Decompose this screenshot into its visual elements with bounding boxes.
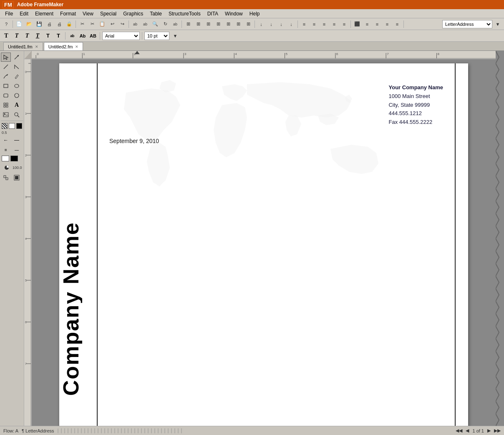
italic-bold-button[interactable]: T	[12, 31, 21, 40]
pen-black-swatch[interactable]	[10, 156, 18, 161]
down-btn3[interactable]: ↓	[277, 20, 286, 29]
print-button[interactable]: 🖨	[45, 20, 54, 29]
table-btn4[interactable]: ⊞	[214, 20, 223, 29]
text-flow2-btn[interactable]: ab	[141, 20, 150, 29]
undo-button[interactable]: ↩	[108, 20, 117, 29]
redo-button[interactable]: ↪	[118, 20, 127, 29]
help-button[interactable]: ?	[2, 20, 11, 29]
align7-btn[interactable]: ≡	[363, 20, 372, 29]
align-right-btn[interactable]: ≡	[320, 20, 329, 29]
select-tool[interactable]	[1, 53, 11, 62]
font-family-select[interactable]: Arial	[102, 32, 140, 40]
table-btn1[interactable]: ⊞	[184, 20, 193, 29]
paragraph-tag-select[interactable]: LetterAddress	[442, 20, 492, 28]
lines2-btn[interactable]: —	[12, 145, 22, 154]
italic-button[interactable]: T	[23, 31, 32, 40]
nav-prev-button[interactable]: ◀	[466, 428, 469, 433]
down-btn1[interactable]: ↓	[257, 20, 266, 29]
print2-button[interactable]: 🖨	[55, 20, 64, 29]
fill-pattern-swatch[interactable]	[2, 123, 8, 129]
cut-button[interactable]: ✂	[78, 20, 87, 29]
pen-tool[interactable]	[1, 72, 11, 81]
table-btn3[interactable]: ⊞	[204, 20, 213, 29]
fill-black-swatch[interactable]	[16, 123, 22, 129]
rect-tool[interactable]	[1, 81, 11, 91]
poly-oval-tool[interactable]	[12, 91, 22, 100]
image-tool[interactable]	[1, 110, 11, 119]
nav-first-button[interactable]: ◀◀	[456, 428, 462, 433]
bottom-tool-1[interactable]	[1, 173, 11, 182]
paste-button[interactable]: 📋	[98, 20, 107, 29]
font-size-select[interactable]: 10 pt	[144, 32, 169, 40]
table-btn7[interactable]: ⊞	[244, 20, 253, 29]
down-btn4[interactable]: ↓	[287, 20, 296, 29]
cut2-button[interactable]: ✂	[88, 20, 97, 29]
open-button[interactable]: 📂	[25, 20, 34, 29]
page-scroll[interactable]: Your Company Name 1000 Main Street City,…	[32, 59, 496, 426]
grid-tool[interactable]	[1, 101, 11, 110]
align6-btn[interactable]: ⬛	[353, 20, 362, 29]
para-tag-t-button[interactable]: T	[43, 31, 53, 40]
underline-italic-button[interactable]: T	[33, 31, 42, 40]
table-btn2[interactable]: ⊞	[194, 20, 203, 29]
rotate-btn[interactable]: ↻	[161, 20, 170, 29]
fill-white-swatch[interactable]	[9, 123, 15, 129]
oval-tool[interactable]	[12, 81, 22, 91]
anchor-btn[interactable]: ab	[171, 20, 180, 29]
nav-last-button[interactable]: ▶▶	[494, 428, 501, 433]
lock-button[interactable]: 🔒	[65, 20, 74, 29]
tab-close-icon[interactable]: ✕	[35, 45, 38, 49]
menu-format[interactable]: Format	[57, 10, 79, 18]
uppercase-button[interactable]: AB	[88, 31, 98, 40]
align9-btn[interactable]: ≡	[383, 20, 392, 29]
menu-window[interactable]: Window	[222, 10, 246, 18]
menu-graphics[interactable]: Graphics	[120, 10, 146, 18]
angle-tool[interactable]	[12, 62, 22, 71]
align-justify-btn[interactable]: ≡	[330, 20, 339, 29]
nav-next-button[interactable]: ▶	[487, 428, 491, 433]
font-size-dropdown[interactable]: ▼	[171, 31, 180, 40]
pen-white-swatch[interactable]	[2, 156, 9, 161]
line-tool[interactable]	[1, 62, 11, 71]
menu-special[interactable]: Special	[97, 10, 120, 18]
table-btn5[interactable]: ⊞	[224, 20, 233, 29]
as-is-button[interactable]: ab	[68, 31, 77, 40]
char-tag-t-button[interactable]: T	[54, 31, 63, 40]
save-button[interactable]: 💾	[35, 20, 44, 29]
align10-btn[interactable]: ≡	[393, 20, 402, 29]
menu-element[interactable]: Element	[32, 10, 57, 18]
menu-file[interactable]: File	[2, 10, 16, 18]
menu-table[interactable]: Table	[146, 10, 165, 18]
para-tag-dropdown[interactable]: ▼	[493, 20, 502, 29]
align5-btn[interactable]: ≡	[340, 20, 349, 29]
rounded-rect-tool[interactable]	[1, 91, 11, 100]
bold-button[interactable]: T	[2, 31, 11, 40]
tab-close-icon[interactable]: ✕	[75, 45, 78, 49]
spell-check-btn[interactable]: 🔍	[151, 20, 160, 29]
default-button[interactable]: Ab	[78, 31, 87, 40]
table-btn6[interactable]: ⊞	[234, 20, 243, 29]
tab-untitled1[interactable]: Untitled1.fm ✕	[3, 42, 43, 50]
text-flow-btn[interactable]: ab	[131, 20, 140, 29]
opacity-pie-btn[interactable]	[2, 163, 12, 172]
svg-point-16	[15, 113, 18, 116]
menu-view[interactable]: View	[79, 10, 97, 18]
new-button[interactable]: 📄	[15, 20, 24, 29]
pencil-tool[interactable]	[12, 72, 22, 81]
down-btn2[interactable]: ↓	[267, 20, 276, 29]
lines-btn[interactable]: ≡	[1, 145, 11, 154]
menu-help[interactable]: Help	[246, 10, 263, 18]
menu-structure-tools[interactable]: StructureTools	[165, 10, 204, 18]
arrow-left-btn[interactable]: ←	[1, 136, 11, 145]
zoom-tool[interactable]	[12, 110, 22, 119]
menu-dita[interactable]: DITA	[204, 10, 222, 18]
text-tool[interactable]: A	[12, 101, 22, 110]
align-left-btn[interactable]: ≡	[300, 20, 309, 29]
arrow-tool[interactable]	[12, 53, 22, 62]
align8-btn[interactable]: ≡	[373, 20, 382, 29]
menu-edit[interactable]: Edit	[16, 10, 32, 18]
align-center-btn[interactable]: ≡	[310, 20, 319, 29]
arrow-dash-btn[interactable]: —	[12, 136, 22, 145]
bottom-tool-2[interactable]	[12, 173, 22, 182]
tab-untitled2[interactable]: Untitled2.fm ✕	[44, 42, 83, 50]
